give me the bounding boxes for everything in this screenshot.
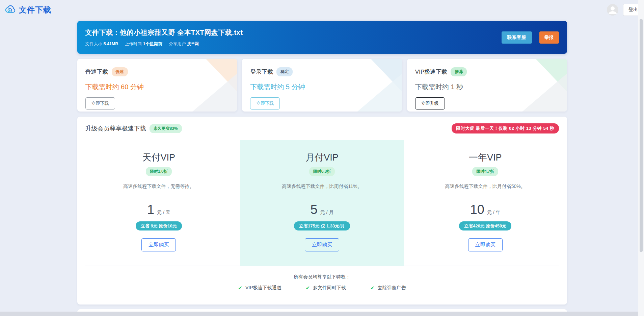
login-download-card: 登录下载 稳定 下载需时约 5 分钟 立即下载 bbox=[242, 59, 402, 112]
check-icon: ✔ bbox=[306, 285, 310, 291]
report-button[interactable]: 举报 bbox=[539, 31, 559, 44]
price-number: 10 bbox=[470, 202, 484, 217]
scrollbar-thumb[interactable] bbox=[640, 19, 643, 252]
normal-download-card: 普通下载 低速 下载需时约 60 分钟 立即下载 bbox=[77, 59, 237, 112]
price-number: 5 bbox=[311, 202, 318, 217]
perk-item: ✔多文件同时下载 bbox=[306, 285, 346, 291]
login-download-title: 登录下载 bbox=[250, 68, 273, 76]
vip-download-time: 下载需时约 1 秒 bbox=[415, 82, 559, 92]
file-title: 文件下载：他的小祖宗甜又野 全本TXT网盘下载.txt bbox=[85, 28, 243, 37]
price-unit: 元 / 月 bbox=[320, 210, 334, 215]
download-options-row: 普通下载 低速 下载需时约 60 分钟 立即下载 登录下载 稳定 下载需时约 5… bbox=[77, 59, 567, 112]
check-icon: ✔ bbox=[370, 285, 375, 291]
file-info-banner: 文件下载：他的小祖宗甜又野 全本TXT网盘下载.txt 文件大小5.41MB 上… bbox=[77, 21, 567, 54]
perks-title: 所有会员均尊享以下特权： bbox=[77, 274, 567, 280]
vip-download-card: VIP极速下载 推荐 下载需时约 1 秒 立即升级 bbox=[407, 59, 567, 112]
plan-description: 高速多线程下载文件，无需等待。 bbox=[85, 184, 233, 190]
discount-badge: 限时6.3折 bbox=[309, 167, 335, 176]
share-user-label: 分享用户 bbox=[169, 42, 186, 46]
vip-download-title: VIP极速下载 bbox=[415, 68, 447, 76]
savings-pill: 立省175元 仅 1.33元/月 bbox=[294, 221, 350, 230]
monthly-vip-plan: 月付VIP 限时6.3折 高速多线程下载文件，比周付省11%。 5元 / 月 立… bbox=[240, 140, 404, 266]
app-logo[interactable]: 文件下载 bbox=[5, 4, 51, 15]
plan-name: 一年VIP bbox=[412, 151, 559, 164]
top-navigation-bar: 文件下载 登出 bbox=[0, 0, 644, 20]
app-title: 文件下载 bbox=[19, 5, 51, 15]
normal-download-button[interactable]: 立即下载 bbox=[85, 97, 115, 110]
contact-support-button[interactable]: 联系客服 bbox=[502, 31, 532, 44]
plan-name: 天付VIP bbox=[85, 151, 233, 164]
yearly-vip-plan: 一年VIP 限时4.7折 高速多线程下载文件，比月付省50%。 10元 / 年 … bbox=[404, 140, 567, 266]
perk-label: 多文件同时下载 bbox=[313, 285, 346, 291]
file-meta: 文件大小5.41MB 上传时间1个星期前 分享用户皮**网 bbox=[85, 41, 243, 47]
cloud-lightning-logo-icon bbox=[5, 4, 16, 15]
plan-name: 月付VIP bbox=[248, 151, 396, 164]
vip-plans-row: 天付VIP 限时1.0折 高速多线程下载文件，无需等待。 1元 / 天 立省 9… bbox=[77, 140, 567, 266]
user-avatar[interactable] bbox=[607, 4, 618, 16]
login-download-time: 下载需时约 5 分钟 bbox=[250, 82, 394, 92]
vertical-scrollbar[interactable] bbox=[638, 0, 644, 316]
plan-description: 高速多线程下载文件，比周付省11%。 bbox=[248, 184, 396, 190]
member-perks: 所有会员均尊享以下特权： ✔VIP极速下载通道 ✔多文件同时下载 ✔去除弹窗广告 bbox=[77, 266, 567, 305]
share-user-value: 皮**网 bbox=[187, 42, 199, 46]
plan-price: 10元 / 年 bbox=[412, 202, 559, 217]
recommended-badge: 推荐 bbox=[451, 67, 467, 76]
perk-item: ✔VIP极速下载通道 bbox=[238, 285, 281, 291]
vip-upgrade-section: 升级会员尊享极速下载 永久更省83% 限时大促 最后一天！仅剩 02 小时 13… bbox=[77, 117, 567, 305]
countdown-badge: 限时大促 最后一天！仅剩 02 小时 13 分钟 54 秒 bbox=[452, 123, 559, 133]
discount-badge: 限时4.7折 bbox=[472, 167, 498, 176]
perk-item: ✔去除弹窗广告 bbox=[370, 285, 406, 291]
perk-label: 去除弹窗广告 bbox=[378, 285, 406, 291]
upgrade-now-button[interactable]: 立即升级 bbox=[415, 97, 445, 110]
buy-monthly-vip-button[interactable]: 立即购买 bbox=[305, 238, 339, 251]
price-unit: 元 / 天 bbox=[157, 210, 170, 215]
price-unit: 元 / 年 bbox=[487, 210, 501, 215]
stable-badge: 稳定 bbox=[276, 67, 293, 76]
normal-download-title: 普通下载 bbox=[85, 68, 108, 76]
plan-price: 1元 / 天 bbox=[85, 202, 233, 217]
permanent-save-badge: 永久更省83% bbox=[150, 124, 182, 133]
plan-description: 高速多线程下载文件，比月付省50%。 bbox=[412, 184, 559, 190]
normal-download-time: 下载需时约 60 分钟 bbox=[85, 82, 229, 92]
upload-time-value: 1个星期前 bbox=[143, 42, 162, 46]
savings-pill: 立省 9元 原价10元 bbox=[136, 221, 182, 230]
discount-badge: 限时1.0折 bbox=[146, 167, 172, 176]
slow-speed-badge: 低速 bbox=[112, 67, 128, 76]
file-size-label: 文件大小 bbox=[85, 42, 102, 46]
buy-yearly-vip-button[interactable]: 立即购买 bbox=[468, 238, 503, 251]
vip-section-title: 升级会员尊享极速下载 bbox=[85, 124, 146, 132]
price-number: 1 bbox=[147, 202, 154, 217]
check-icon: ✔ bbox=[238, 285, 242, 291]
page-bottom-strip bbox=[0, 312, 644, 316]
buy-daily-vip-button[interactable]: 立即购买 bbox=[141, 238, 176, 251]
savings-pill: 立省420元 原价450元 bbox=[459, 221, 511, 230]
perk-label: VIP极速下载通道 bbox=[245, 285, 281, 291]
login-download-button[interactable]: 立即下载 bbox=[250, 97, 280, 110]
file-size-value: 5.41MB bbox=[104, 42, 118, 46]
plan-price: 5元 / 月 bbox=[248, 202, 396, 217]
upload-time-label: 上传时间 bbox=[125, 42, 142, 46]
daily-vip-plan: 天付VIP 限时1.0折 高速多线程下载文件，无需等待。 1元 / 天 立省 9… bbox=[77, 140, 241, 266]
